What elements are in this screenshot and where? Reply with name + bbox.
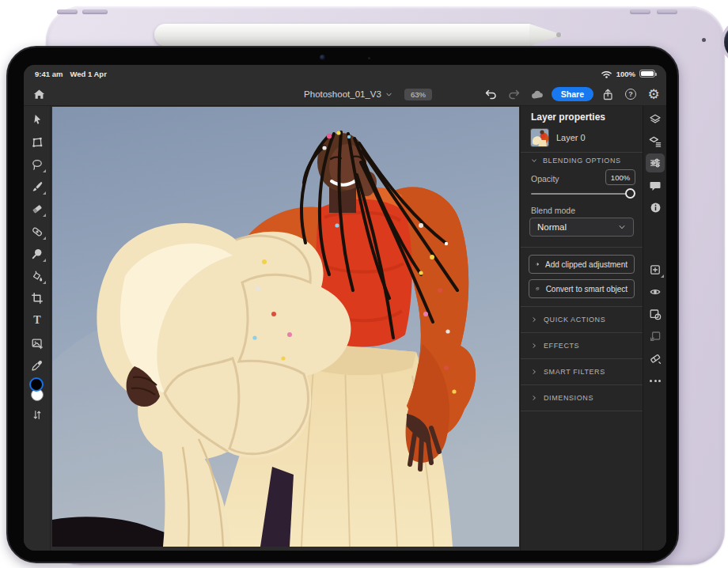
front-camera	[320, 55, 325, 60]
rear-camera	[724, 23, 728, 61]
apple-pencil	[154, 24, 531, 46]
section-quick-actions[interactable]: QUICK ACTIONS	[521, 306, 643, 332]
lasso-tool[interactable]	[30, 157, 44, 172]
add-layer-button[interactable]	[648, 263, 662, 277]
help-icon: ?	[628, 90, 633, 98]
move-tool[interactable]	[30, 112, 44, 127]
layer-row[interactable]: Layer 0	[526, 127, 638, 149]
export-icon[interactable]	[599, 85, 616, 103]
canvas-area[interactable]	[51, 106, 520, 551]
cloud-sync-icon[interactable]	[529, 85, 546, 103]
date: Wed 1 Apr	[70, 70, 106, 78]
hero-scene: 9:41 am Wed 1 Apr 100% Photoshoot_01_	[0, 0, 728, 568]
type-tool-glyph: T	[33, 314, 40, 327]
layer-mask-button[interactable]	[648, 307, 662, 321]
quick-actions-label: QUICK ACTIONS	[544, 316, 605, 324]
add-clipped-adjustment-button[interactable]: Add clipped adjustment	[529, 255, 635, 274]
layer-properties-button[interactable]	[648, 134, 662, 149]
opacity-slider[interactable]	[531, 193, 632, 195]
clone-stamp-tool[interactable]	[30, 247, 44, 261]
foreground-color-swatch[interactable]	[29, 377, 44, 392]
convert-smart-object-label: Convert to smart object	[546, 285, 628, 293]
place-photo-tool[interactable]	[30, 336, 44, 350]
front-mic	[368, 57, 370, 59]
info-button[interactable]	[648, 200, 662, 214]
blending-options-header[interactable]: BLENDING OPTIONS	[531, 157, 621, 165]
section-effects[interactable]: EFFECTS	[521, 332, 643, 358]
type-tool[interactable]: T	[30, 313, 44, 328]
status-right: 100%	[601, 69, 655, 79]
home-button[interactable]	[30, 86, 47, 102]
smart-filters-label: SMART FILTERS	[544, 368, 605, 376]
layer-visibility-button[interactable]	[648, 285, 662, 299]
task-rail	[643, 106, 666, 551]
blend-mode-dropdown[interactable]: Normal	[529, 218, 634, 237]
chevron-right-icon	[531, 369, 537, 375]
toolbar-right-group: Share ? ⚙	[483, 82, 662, 106]
crop-tool[interactable]	[30, 291, 44, 305]
eraser-tool[interactable]	[30, 202, 44, 216]
chevron-right-icon	[531, 316, 537, 323]
ipad-front: 9:41 am Wed 1 Apr 100% Photoshoot_01_	[6, 46, 679, 563]
opacity-slider-knob[interactable]	[625, 188, 635, 199]
section-dimensions[interactable]: DIMENSIONS	[521, 384, 643, 411]
document-title-group[interactable]: Photoshoot_01_V3 63%	[285, 82, 451, 106]
blend-mode-label: Blend mode	[531, 206, 575, 215]
photoshop-app: 9:41 am Wed 1 Apr 100% Photoshoot_01_	[24, 65, 666, 551]
layer-name: Layer 0	[556, 133, 586, 142]
opacity-label: Opacity	[531, 174, 559, 184]
eyedropper-tool[interactable]	[30, 358, 44, 373]
top-button	[630, 9, 650, 14]
gear-icon: ⚙	[647, 86, 659, 103]
rear-mic	[702, 38, 706, 42]
eraser-button[interactable]	[648, 351, 662, 365]
battery-percent: 100%	[616, 70, 635, 78]
undo-button[interactable]	[483, 85, 500, 103]
adjustment-icon	[536, 259, 539, 270]
chevron-down-icon	[385, 91, 392, 98]
power-button	[657, 9, 677, 14]
convert-smart-object-button[interactable]: Convert to smart object	[529, 279, 635, 298]
photo-canvas[interactable]	[52, 107, 519, 547]
ellipsis-icon	[650, 380, 661, 382]
share-button[interactable]: Share	[552, 87, 593, 101]
healing-tool[interactable]	[30, 225, 44, 239]
fill-tool[interactable]	[30, 269, 44, 283]
smart-object-icon	[536, 283, 540, 294]
comments-button[interactable]	[648, 178, 662, 192]
dimensions-label: DIMENSIONS	[544, 394, 593, 402]
brush-tool[interactable]	[30, 180, 44, 194]
clipping-mask-button[interactable]	[648, 329, 662, 343]
more-options-button[interactable]	[648, 373, 662, 388]
zoom-level-badge[interactable]: 63%	[404, 89, 432, 100]
chevron-right-icon	[531, 343, 537, 349]
wifi-icon	[601, 69, 612, 79]
add-clipped-adjustment-label: Add clipped adjustment	[545, 260, 628, 269]
status-bar: 9:41 am Wed 1 Apr 100%	[24, 65, 666, 82]
help-button[interactable]: ?	[622, 85, 639, 103]
panel-title: Layer properties	[531, 112, 605, 123]
chevron-right-icon	[531, 395, 537, 401]
section-smart-filters[interactable]: SMART FILTERS	[521, 358, 643, 384]
chevron-down-icon	[618, 223, 626, 231]
top-toolbar: Photoshoot_01_V3 63% Share	[24, 82, 666, 106]
blend-mode-value: Normal	[537, 222, 567, 232]
blending-options-label: BLENDING OPTIONS	[543, 157, 621, 165]
chevron-down-icon	[531, 157, 537, 164]
effects-label: EFFECTS	[544, 342, 579, 350]
redo-button[interactable]	[506, 85, 523, 103]
settings-button[interactable]: ⚙	[645, 85, 662, 103]
layer-thumbnail	[530, 128, 549, 147]
transform-tool[interactable]	[30, 135, 44, 150]
layer-properties-panel: Layer properties Layer 0 BLENDING OPTION…	[520, 106, 643, 551]
battery-icon	[639, 70, 655, 78]
opacity-value[interactable]: 100%	[605, 169, 635, 185]
volume-up-button	[57, 9, 78, 14]
adjustments-button[interactable]	[646, 153, 665, 172]
volume-down-button	[82, 9, 108, 14]
clock: 9:41 am	[35, 70, 63, 78]
layers-button[interactable]	[648, 112, 662, 127]
document-title[interactable]: Photoshoot_01_V3	[304, 89, 381, 99]
tool-bar: T	[24, 106, 51, 551]
swap-colors-button[interactable]	[30, 407, 44, 422]
